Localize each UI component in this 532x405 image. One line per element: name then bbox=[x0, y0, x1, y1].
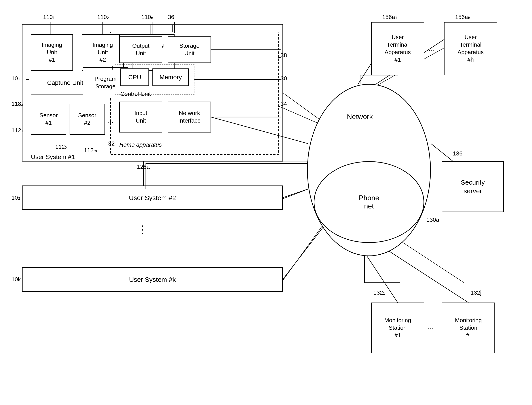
ref-156a1: 156a₁ bbox=[382, 14, 397, 20]
security-server-box: Securityserver bbox=[442, 161, 504, 212]
svg-line-55 bbox=[375, 243, 468, 303]
network-label: Network bbox=[347, 113, 373, 121]
ref-110-2: 110₂ bbox=[97, 14, 109, 20]
network-interface: NetworkInterface bbox=[168, 101, 211, 133]
ref-132-j: 132j bbox=[471, 289, 481, 296]
svg-line-44 bbox=[211, 117, 308, 143]
user-terminal-h: UserTerminalApparatus#h bbox=[444, 22, 497, 75]
ref-136: 136 bbox=[453, 150, 462, 157]
monitoring-station-j: MonitoringStation#j bbox=[442, 303, 495, 353]
ref-110-1: 110₁ bbox=[43, 14, 55, 20]
output-unit: OutputUnit bbox=[119, 36, 162, 63]
ref-10-2: 10₂ bbox=[12, 194, 20, 201]
home-apparatus-label: Home apparatus bbox=[119, 141, 162, 148]
phone-net-label: Phone bbox=[359, 194, 379, 202]
input-unit: InputUnit bbox=[119, 101, 162, 133]
phone-net-label2: net bbox=[364, 202, 374, 210]
phone-net-ellipse: Phone net bbox=[314, 161, 424, 243]
ref-10-k: 10k bbox=[12, 276, 21, 283]
ref-156ah: 156aₕ bbox=[455, 14, 470, 20]
ref-10-1: 10₁ bbox=[12, 75, 20, 82]
monitoring-dots: ... bbox=[428, 322, 434, 331]
ref-126a: 126a bbox=[137, 163, 150, 170]
svg-line-47 bbox=[431, 143, 453, 161]
sensor-dots: ... bbox=[107, 116, 113, 125]
user-system-2-box: User System #2 bbox=[22, 185, 283, 210]
ref-112-2: 112₂ bbox=[55, 143, 67, 150]
control-unit-label: Control Unit bbox=[120, 91, 151, 97]
user-terminal-1: UserTerminalApparatus#1 bbox=[371, 22, 424, 75]
ref-110-n: 110ₙ bbox=[141, 14, 153, 20]
ref-112-m: 112ₘ bbox=[84, 147, 97, 154]
control-unit-box bbox=[115, 64, 194, 95]
user-system-k-box: User System #k bbox=[22, 267, 283, 291]
terminal-dots: ... bbox=[429, 44, 435, 53]
ref-132-1: 132₁ bbox=[373, 289, 385, 296]
sensor-1: Sensor#1 bbox=[31, 104, 66, 135]
sensor-2: Sensor#2 bbox=[70, 104, 105, 135]
ref-112-1: 112₁ bbox=[12, 127, 23, 134]
ref-30: 30 bbox=[280, 75, 287, 82]
ref-32: 32 bbox=[108, 140, 115, 147]
monitoring-station-1: MonitoringStation#1 bbox=[371, 303, 424, 353]
ref-118a: 118ₐ bbox=[12, 101, 23, 107]
ref-34: 34 bbox=[280, 101, 287, 107]
ref-36: 36 bbox=[168, 14, 174, 20]
user-system-1-label: User System #1 bbox=[31, 154, 75, 161]
storage-unit: StorageUnit bbox=[168, 36, 211, 63]
diagram: 110₁ 110₂ 110ₙ 36 38 30 34 32 10₁ 118ₐ 1… bbox=[0, 0, 532, 405]
ref-38: 38 bbox=[280, 52, 287, 59]
imaging-unit-1: ImagingUnit#1 bbox=[31, 34, 73, 71]
vertical-dots: ⋮ bbox=[137, 223, 148, 236]
ref-130a: 130a bbox=[426, 216, 439, 223]
